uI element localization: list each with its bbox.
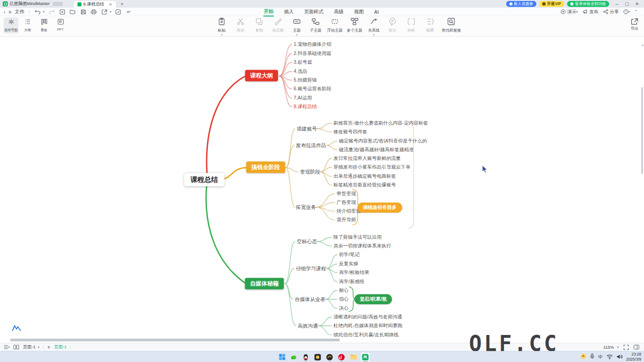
- caret-down-icon[interactable]: ▾: [296, 34, 297, 36]
- help-button[interactable]: ? ▾: [623, 9, 630, 14]
- ribbon-tool-find[interactable]: 查找和替换: [442, 17, 461, 33]
- clock[interactable]: 23:28 2025/3/9: [626, 352, 641, 362]
- mindmap-node-m1[interactable]: 刷推荐页-做什么赛道刷什么内容-定内容标签: [333, 120, 428, 126]
- print-icon[interactable]: [90, 9, 98, 15]
- mindmap-node-branch-secret[interactable]: 自媒体秘籍: [245, 278, 284, 290]
- canvas[interactable]: 课程总结课程大纲搞钱全阶段自媒体秘籍1.宠物自媒体介绍2.抖音基础使用篇3.起号…: [0, 37, 644, 343]
- minimap-icon[interactable]: [633, 345, 639, 350]
- mindmap-node-m-setup[interactable]: 搭建账号: [297, 126, 317, 132]
- mindmap-node-m7[interactable]: 出单后逐步确定账号电商标签: [333, 173, 396, 180]
- taskbar-wechat-icon[interactable]: [289, 353, 298, 362]
- taskbar-app5-icon[interactable]: [325, 353, 334, 362]
- mindmap-node-s6[interactable]: 再学/新感悟: [339, 279, 364, 285]
- page-selector-caret-icon[interactable]: ▾: [38, 346, 39, 349]
- mindmap-node-o7[interactable]: 7.AI运用: [294, 95, 312, 101]
- collapse-panel-icon[interactable]: ‹: [642, 42, 644, 48]
- mindmap-node-o3[interactable]: 3.起号篇: [294, 59, 312, 66]
- mindmap-node-s7[interactable]: 耐心: [339, 287, 349, 294]
- caret-down-icon[interactable]: ▾: [373, 34, 374, 36]
- zoom-caret-icon[interactable]: ▾: [617, 346, 619, 349]
- add-page-button[interactable]: +: [47, 344, 50, 351]
- mindmap-node-o8[interactable]: 8.课程总结: [294, 104, 317, 110]
- back-icon[interactable]: ‹: [4, 9, 5, 15]
- mode-ppt[interactable]: PPT: [53, 17, 68, 33]
- fit-screen-icon[interactable]: [623, 345, 629, 350]
- open-folder-icon[interactable]: [69, 9, 76, 15]
- zoom-level[interactable]: 115%: [603, 345, 614, 350]
- save-icon[interactable]: [80, 9, 87, 15]
- page-tab-active[interactable]: 页面-1: [54, 344, 66, 350]
- taskbar-qq-icon[interactable]: [301, 353, 310, 362]
- mindmap-node-m-cash[interactable]: 变现阶段: [300, 169, 320, 176]
- tray-mic-icon[interactable]: [590, 353, 595, 361]
- mindmap-node-o1[interactable]: 1.宠物自媒体介绍: [294, 41, 331, 48]
- mindmap-node-m-publish[interactable]: 发布拉流作品: [296, 142, 326, 149]
- mindmap-node-s5[interactable]: 再学/检验结果: [339, 269, 369, 276]
- tab-insert[interactable]: 插入: [284, 8, 294, 16]
- horizontal-scrollbar[interactable]: [10, 339, 340, 341]
- mindmap-node-m12[interactable]: 晋升导师: [337, 217, 356, 223]
- mindmap-node-branch-money[interactable]: 搞钱全阶段: [246, 162, 285, 173]
- export-file-icon[interactable]: [101, 9, 108, 15]
- mindmap-node-s-worker[interactable]: 自媒体从业者: [295, 296, 325, 303]
- caret-down-icon[interactable]: ▾: [221, 34, 222, 36]
- mindmap-node-s10[interactable]: 清晰遇到的问题/高效与老师沟通: [333, 314, 402, 320]
- thumbnail-icon[interactable]: [13, 345, 19, 350]
- tab-home[interactable]: 开始: [263, 7, 274, 16]
- tray-wifi-icon[interactable]: [606, 353, 613, 361]
- mindmap-node-pill-grit[interactable]: 坚忍/积累/熬: [355, 294, 392, 304]
- login-button[interactable]: 登录体验全部功能: [567, 1, 609, 7]
- mindmap-node-s11[interactable]: 杜绝内耗-自媒体就是和时间赛跑: [333, 323, 403, 329]
- mindmap-node-pill-money[interactable]: 搞钱途径有很多: [357, 203, 402, 213]
- mindmap-node-s4[interactable]: 反复实操: [339, 261, 358, 267]
- ribbon-tool-multi[interactable]: 多个主题: [347, 17, 362, 33]
- ribbon-tool-relation[interactable]: 关系线▾: [366, 17, 381, 36]
- tab-ai[interactable]: AI: [374, 8, 379, 16]
- ime-indicator[interactable]: 中: [598, 354, 603, 360]
- app-tab[interactable]: 亿图脑图MindMaster: [0, 0, 65, 8]
- tray-volume-icon[interactable]: [617, 353, 622, 361]
- mindmap-node-s-comm[interactable]: 高效沟通: [298, 323, 318, 329]
- mindmap-node-o2[interactable]: 2.抖音基础使用篇: [294, 50, 331, 57]
- mindmap-node-s1[interactable]: 除了剪辑手法可以沿用: [333, 234, 382, 241]
- mindmap-node-o5[interactable]: 5.拍摄剪辑: [294, 77, 317, 83]
- mindmap-node-s-cup[interactable]: 空杯心态: [297, 238, 317, 245]
- mindmap-node-s9[interactable]: 决心: [339, 305, 349, 312]
- mindmap-node-m5[interactable]: 发日常拉流带入账号新鲜的流量: [333, 155, 401, 162]
- ribbon-tool-paste[interactable]: 粘贴▾: [214, 17, 229, 36]
- share-button[interactable]: 分享: [603, 9, 619, 15]
- tab-page-style[interactable]: 页面样式: [304, 8, 324, 16]
- redo-icon[interactable]: [48, 9, 55, 15]
- edit-icon[interactable]: [115, 9, 122, 15]
- mindmap-node-m8[interactable]: 标签精准后垂直经营拉爆账号: [333, 182, 396, 188]
- mindmap-node-s-study[interactable]: 仔细学习课程: [296, 265, 326, 272]
- mindmap-node-s12[interactable]: 彼此信任/互利共赢/走长期路线: [333, 332, 398, 338]
- close-tab-icon[interactable]: ✕: [109, 2, 113, 7]
- mindmap-node-m9[interactable]: 带货变现: [337, 191, 356, 197]
- document-tab[interactable]: 8.课程总结 ✕: [74, 1, 116, 8]
- page-selector[interactable]: 页面-1: [23, 344, 35, 350]
- mode-mindmap[interactable]: 思维导图: [4, 17, 18, 33]
- mindmap-node-branch-outline[interactable]: 课程大纲: [245, 70, 278, 82]
- mindmap-node-o6[interactable]: 6.账号运营各阶段: [294, 86, 331, 92]
- mindmap-node-m-expand[interactable]: 拓宽业务: [296, 204, 316, 211]
- mindmap-node-m3[interactable]: 确定账号内容形式/告诉抖音你是干什么的: [339, 138, 427, 144]
- vip-button[interactable]: 开通VIP: [539, 1, 564, 7]
- mode-kanban[interactable]: 看板: [37, 17, 51, 33]
- undo-icon[interactable]: [34, 9, 41, 15]
- tray-quark-icon[interactable]: [580, 353, 586, 361]
- file-menu[interactable]: 文件: [15, 9, 24, 15]
- publish-button[interactable]: 发布: [583, 9, 599, 15]
- start-button[interactable]: [278, 353, 286, 362]
- ribbon-tool-floating[interactable]: 浮动主题: [327, 17, 343, 33]
- undo-caret-icon[interactable]: ▾: [43, 10, 45, 14]
- minimize-button[interactable]: –: [612, 1, 622, 6]
- new-file-icon[interactable]: [59, 9, 66, 15]
- vertical-scrollbar[interactable]: [641, 87, 643, 174]
- mode-outline[interactable]: 大纲: [20, 17, 35, 33]
- mindmap-node-m6[interactable]: 穿插发布挂小黄车作品引导观众下单: [333, 164, 410, 170]
- page-list-icon[interactable]: [4, 345, 10, 350]
- mindmap-node-o4[interactable]: 4.选品: [294, 68, 307, 75]
- coupon-button[interactable]: 新人优惠券: [506, 1, 537, 7]
- mindmap-node-s2[interactable]: 其余一切按课程体系来执行: [333, 243, 391, 249]
